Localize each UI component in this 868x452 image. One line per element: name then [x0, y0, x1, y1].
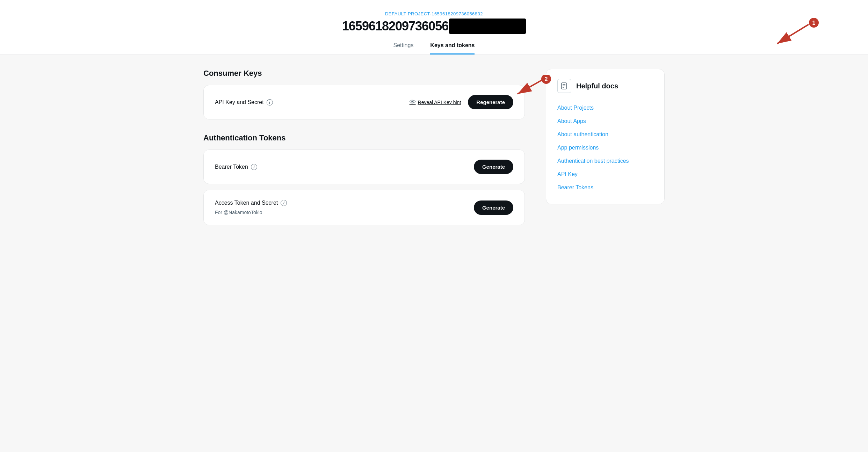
svg-line-4: [518, 80, 542, 94]
auth-tokens-title: Authentication Tokens: [203, 133, 525, 143]
bearer-token-card: Bearer Token i Generate: [203, 150, 525, 184]
eye-icon: 👁: [410, 99, 416, 106]
project-id-text: 1659618209736056: [342, 19, 448, 34]
tab-keys-and-tokens[interactable]: Keys and tokens: [430, 42, 475, 54]
helpful-docs-card: Helpful docs About Projects About Apps A…: [546, 69, 665, 204]
helpful-docs-title: Helpful docs: [576, 82, 618, 90]
sidebar: Helpful docs About Projects About Apps A…: [546, 69, 665, 231]
docs-link-about-authentication[interactable]: About authentication: [557, 128, 653, 141]
access-generate-button[interactable]: Generate: [474, 201, 513, 215]
project-label: DEFAULT PROJECT-1659618209736056832: [0, 11, 868, 16]
docs-link-bearer-tokens[interactable]: Bearer Tokens: [557, 181, 653, 194]
api-key-label: API Key and Secret: [215, 99, 264, 105]
bearer-generate-button[interactable]: Generate: [474, 160, 513, 174]
docs-link-api-key[interactable]: API Key: [557, 168, 653, 181]
docs-icon: [557, 79, 571, 93]
api-key-info-icon[interactable]: i: [267, 99, 273, 105]
tab-settings[interactable]: Settings: [393, 42, 414, 54]
docs-link-about-projects[interactable]: About Projects: [557, 101, 653, 115]
access-token-sublabel: For @NakamotoTokio: [215, 210, 262, 215]
access-info-icon[interactable]: i: [281, 200, 287, 206]
bearer-token-label: Bearer Token: [215, 164, 248, 170]
regenerate-button[interactable]: Regenerate: [468, 95, 513, 109]
reveal-api-key-link[interactable]: 👁 Reveal API Key hint: [410, 99, 461, 106]
consumer-keys-title: Consumer Keys: [203, 69, 525, 78]
docs-link-about-apps[interactable]: About Apps: [557, 115, 653, 128]
access-token-label: Access Token and Secret: [215, 200, 278, 206]
project-id-redacted: [449, 19, 526, 34]
docs-link-auth-best-practices[interactable]: Authentication best practices: [557, 154, 653, 168]
docs-link-app-permissions[interactable]: App permissions: [557, 141, 653, 154]
api-key-card: API Key and Secret i 👁 Reveal API Key hi…: [203, 85, 525, 119]
access-token-card: Access Token and Secret i For @NakamotoT…: [203, 190, 525, 225]
bearer-info-icon[interactable]: i: [251, 164, 257, 170]
docs-links-list: About Projects About Apps About authenti…: [557, 101, 653, 194]
